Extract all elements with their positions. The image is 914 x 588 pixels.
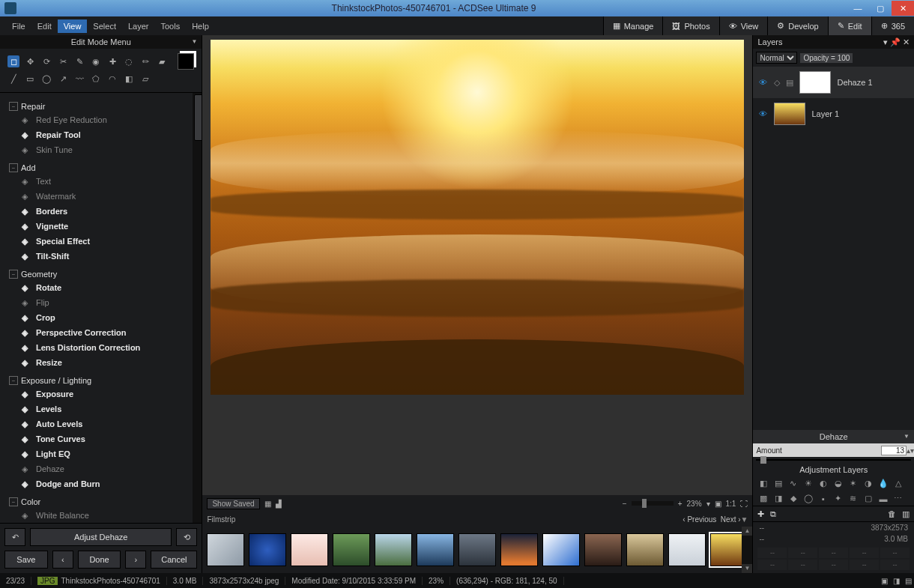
tool-borders[interactable]: ◈Borders: [9, 204, 197, 219]
layer-row[interactable]: 👁◇▤Dehaze 1: [753, 67, 914, 98]
brush-tool-icon[interactable]: ✏: [139, 55, 151, 67]
tool-perspective-correction[interactable]: ◈Perspective Correction: [9, 325, 197, 340]
filmstrip[interactable]: ▲▼: [202, 527, 752, 573]
color-swatch[interactable]: [178, 53, 194, 70]
mode-tab-photos[interactable]: 🖼Photos: [662, 16, 718, 35]
image-canvas[interactable]: [211, 40, 744, 395]
adj-split-icon[interactable]: ◨: [772, 493, 784, 504]
tool-dodge-and-burn[interactable]: ◈Dodge and Burn: [9, 476, 197, 491]
rotate-tool-icon[interactable]: ⟳: [40, 55, 52, 67]
filmstrip-thumb[interactable]: [207, 533, 244, 566]
done-button[interactable]: Done: [78, 551, 121, 569]
panel-pin-icon[interactable]: 📌: [890, 37, 901, 47]
adj-levels-icon[interactable]: ▤: [772, 478, 784, 489]
section-exposure-lighting[interactable]: −Exposure / Lighting: [9, 375, 197, 387]
selection-tool-icon[interactable]: ◻: [7, 55, 19, 67]
adj-more-icon[interactable]: ⋯: [892, 493, 904, 504]
menu-file[interactable]: File: [6, 19, 31, 33]
section-repair[interactable]: −Repair: [9, 100, 197, 112]
heal-tool-icon[interactable]: ✚: [106, 55, 118, 67]
filmstrip-thumb[interactable]: [668, 533, 706, 566]
gradient-tool-icon[interactable]: ◧: [123, 73, 135, 85]
link-icon[interactable]: ◇: [774, 78, 780, 88]
menu-view[interactable]: View: [58, 19, 88, 33]
mode-tab-365[interactable]: ⊕365: [871, 16, 914, 35]
tool-text[interactable]: ◈Text: [9, 174, 197, 189]
save-button[interactable]: Save: [4, 551, 48, 569]
show-saved-button[interactable]: Show Saved: [207, 498, 259, 509]
dehaze-header[interactable]: Dehaze: [753, 430, 914, 443]
tool-dehaze[interactable]: ◈Dehaze: [9, 461, 197, 476]
status-icon-1[interactable]: ▣: [878, 577, 890, 585]
delete-layer-icon[interactable]: 🗑: [888, 509, 896, 518]
tool-tone-curves[interactable]: ◈Tone Curves: [9, 431, 197, 446]
menu-select[interactable]: Select: [87, 19, 122, 33]
actual-icon[interactable]: 1:1: [726, 500, 736, 508]
reset-icon[interactable]: ⟲: [176, 528, 197, 546]
tool-skin-tune[interactable]: ◈Skin Tune: [9, 142, 197, 157]
section-color[interactable]: −Color: [9, 496, 197, 508]
layer-name[interactable]: Dehaze 1: [837, 78, 872, 87]
canvas-area[interactable]: [202, 35, 752, 495]
layer-name[interactable]: Layer 1: [811, 109, 839, 118]
maximize-button[interactable]: ▢: [869, 1, 892, 16]
arrow-tool-icon[interactable]: ↗: [57, 73, 69, 85]
mode-tab-edit[interactable]: ✎Edit: [828, 16, 871, 35]
panel-close-icon[interactable]: ✕: [903, 37, 910, 47]
visibility-icon[interactable]: 👁: [759, 109, 768, 118]
filmstrip-thumb[interactable]: [417, 533, 454, 566]
filmstrip-thumb[interactable]: [333, 533, 370, 566]
amount-value[interactable]: 13: [881, 446, 907, 455]
mask-icon[interactable]: ▤: [786, 78, 793, 88]
visibility-icon[interactable]: 👁: [759, 78, 768, 87]
filmstrip-thumb[interactable]: [375, 533, 412, 566]
layer-thumbnail[interactable]: [799, 71, 831, 94]
adj-exposure-icon[interactable]: ◧: [757, 478, 769, 489]
tool-auto-levels[interactable]: ◈Auto Levels: [9, 416, 197, 431]
menu-layer[interactable]: Layer: [122, 19, 155, 33]
adj-vibrance-icon[interactable]: ✶: [847, 478, 859, 489]
adj-grad-icon[interactable]: ▬: [877, 493, 889, 504]
adj-noise-icon[interactable]: ▪: [817, 493, 829, 504]
adj-dehaze-icon[interactable]: ≋: [847, 493, 859, 504]
minimize-button[interactable]: —: [847, 1, 869, 16]
filmstrip-thumb[interactable]: [458, 533, 496, 566]
filmstrip-thumb[interactable]: [249, 533, 286, 566]
adj-warn-icon[interactable]: △: [892, 478, 904, 489]
tool-flip[interactable]: ◈Flip: [9, 295, 197, 310]
adj-sharp-icon[interactable]: ◆: [787, 493, 799, 504]
adj-light-icon[interactable]: ☀: [802, 478, 814, 489]
tool-crop[interactable]: ◈Crop: [9, 310, 197, 325]
filmstrip-thumb[interactable]: [626, 533, 664, 566]
blend-mode-select[interactable]: Normal: [756, 52, 797, 64]
section-geometry[interactable]: −Geometry: [9, 268, 197, 280]
move-tool-icon[interactable]: ✥: [24, 55, 36, 67]
adj-bw-icon[interactable]: ◑: [862, 478, 874, 489]
filmstrip-prev[interactable]: ‹ Previous: [683, 515, 716, 524]
amount-stepper-icon[interactable]: ▴▾: [907, 446, 914, 455]
filmstrip-next[interactable]: Next ›: [721, 515, 741, 524]
prev-button-icon[interactable]: ‹: [52, 551, 73, 569]
adj-drop-icon[interactable]: 💧: [877, 478, 889, 489]
adjust-dehaze-button[interactable]: Adjust Dehaze: [30, 528, 172, 546]
polygon-tool-icon[interactable]: ⬠: [90, 73, 102, 85]
grid-icon[interactable]: ▦: [264, 500, 271, 508]
layer-thumbnail[interactable]: [774, 103, 805, 125]
menu-edit[interactable]: Edit: [31, 19, 58, 33]
zoom-slider[interactable]: [632, 501, 674, 506]
add-layer-icon[interactable]: ✚: [757, 509, 764, 519]
filmstrip-collapse-icon[interactable]: ▼: [741, 515, 748, 524]
filmstrip-thumb[interactable]: [584, 533, 622, 566]
blur-tool-icon[interactable]: ◌: [123, 55, 135, 67]
zoom-dropdown-icon[interactable]: ▾: [706, 500, 710, 508]
rect-tool-icon[interactable]: ▭: [24, 73, 36, 85]
curve-tool-icon[interactable]: 〰: [73, 73, 85, 85]
filmstrip-thumb[interactable]: [500, 533, 538, 566]
line-tool-icon[interactable]: ╱: [7, 73, 19, 85]
filmstrip-thumb[interactable]: [291, 533, 328, 566]
fit-icon[interactable]: ▣: [715, 500, 721, 508]
undo-icon[interactable]: ↶: [4, 528, 25, 546]
zoom-in-icon[interactable]: +: [678, 500, 683, 508]
tool-resize[interactable]: ◈Resize: [9, 355, 197, 370]
tool-rotate[interactable]: ◈Rotate: [9, 280, 197, 295]
